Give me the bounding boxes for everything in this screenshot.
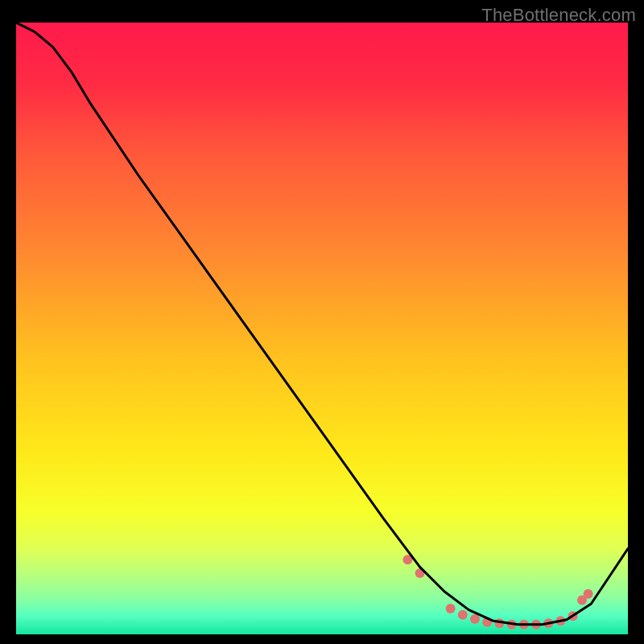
data-point bbox=[458, 610, 468, 620]
data-point bbox=[446, 604, 456, 613]
chart-svg bbox=[16, 23, 628, 634]
plot-area bbox=[16, 23, 628, 634]
watermark-label: TheBottleneck.com bbox=[481, 5, 636, 26]
data-point bbox=[584, 589, 593, 599]
data-point bbox=[470, 614, 480, 624]
chart-stage: TheBottleneck.com bbox=[0, 0, 644, 644]
gradient-background bbox=[16, 23, 628, 634]
